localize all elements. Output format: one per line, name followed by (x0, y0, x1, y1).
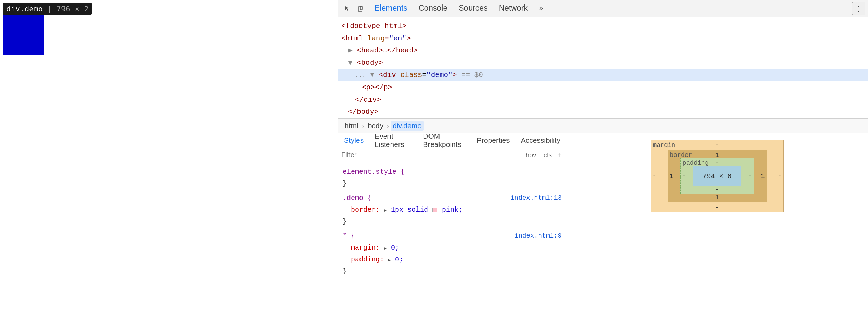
style-selector-star-line: * { index.html:9 (343, 230, 562, 242)
filter-buttons: :hov .cls + (522, 151, 563, 160)
boxmodel-panel: margin - - - - border 1 1 1 1 padding (566, 133, 868, 333)
dom-panel[interactable]: <!doctype html> <html lang="en"> ▶ <head… (338, 17, 868, 119)
styles-filter-bar: :hov .cls + (338, 148, 566, 162)
style-source-star[interactable]: index.html:9 (514, 230, 562, 241)
devtools-panel: Elements Console Sources Network » ⋮ <!d… (338, 0, 868, 333)
bm-border-right[interactable]: 1 (761, 173, 765, 180)
breadcrumb-bar: html › body › div.demo (338, 119, 868, 133)
tab-accessibility[interactable]: Accessibility (515, 133, 566, 148)
dom-line-div-close: </div> (338, 94, 868, 106)
tab-console[interactable]: Console (413, 0, 453, 17)
dom-line-p: <p></p> (338, 81, 868, 94)
style-source-demo[interactable]: index.html:13 (511, 192, 562, 203)
bm-border-top[interactable]: 1 (715, 152, 719, 159)
bm-margin-layer: margin - - - - border 1 1 1 1 padding (651, 140, 784, 212)
dom-line-body[interactable]: ▼ <body> (338, 57, 868, 69)
tab-sources[interactable]: Sources (453, 0, 493, 17)
filter-hov-btn[interactable]: :hov (522, 151, 538, 160)
element-tooltip: div.demo | 796 × 2 (3, 3, 92, 15)
styles-panel: Styles Event Listeners DOM Breakpoints P… (338, 133, 566, 333)
bm-padding-label: padding (683, 160, 709, 166)
bm-margin-top[interactable]: - (715, 142, 719, 149)
bottom-panel: Styles Event Listeners DOM Breakpoints P… (338, 133, 868, 333)
webpage-preview: div.demo | 796 × 2 (0, 0, 338, 333)
style-close-demo: } (343, 216, 562, 228)
filter-plus-btn[interactable]: + (555, 151, 563, 160)
dom-line-head[interactable]: ▶ <head>…</head> (338, 44, 868, 57)
tab-dom-breakpoints[interactable]: DOM Breakpoints (417, 133, 471, 148)
bm-padding-left[interactable]: - (682, 173, 686, 180)
bm-border-bottom[interactable]: 1 (715, 194, 719, 201)
style-selector-element: element.style { (343, 166, 562, 178)
style-prop-margin: margin: ▶ 0; (343, 242, 562, 254)
bm-padding-top[interactable]: - (715, 160, 719, 166)
dom-line-html: <html lang="en"> (338, 32, 868, 45)
style-prop-border: border: ▶ 1px solid pink; (343, 204, 562, 216)
bm-border-label: border (670, 152, 692, 159)
bm-padding-bottom[interactable]: - (715, 186, 719, 193)
bm-content-size: 794 × 0 (702, 172, 731, 180)
breadcrumb-html[interactable]: html (343, 121, 361, 131)
dom-line-body-close: </body> (338, 106, 868, 118)
breadcrumb-div-demo[interactable]: div.demo (391, 121, 424, 131)
filter-cls-btn[interactable]: .cls (540, 151, 554, 160)
inspect-icon-btn[interactable] (341, 2, 354, 15)
styles-content[interactable]: element.style { } .demo { index.html:13 … (338, 162, 566, 333)
tab-event-listeners[interactable]: Event Listeners (369, 133, 417, 148)
device-toolbar-btn[interactable] (354, 2, 367, 15)
tab-elements[interactable]: Elements (369, 0, 413, 17)
style-close-star: } (343, 265, 562, 277)
bm-margin-right[interactable]: - (778, 173, 782, 180)
demo-div (3, 14, 44, 55)
style-block-element: element.style { } (338, 165, 566, 191)
bm-border-layer: border 1 1 1 1 padding - - - - (668, 150, 767, 202)
bm-content: 794 × 0 (693, 166, 741, 186)
tooltip-size: | 796 × 2 (47, 4, 88, 13)
color-swatch-pink[interactable] (432, 208, 437, 212)
bm-padding-right[interactable]: - (748, 173, 752, 180)
style-selector-demo-line: .demo { index.html:13 (343, 192, 562, 204)
style-close-element: } (343, 178, 562, 190)
tab-network[interactable]: Network (493, 0, 533, 17)
devtools-menu-btn[interactable]: ⋮ (852, 2, 865, 15)
tooltip-element: div.demo (6, 4, 43, 13)
devtools-tabs: Elements Console Sources Network » (369, 0, 852, 17)
bm-border-left[interactable]: 1 (670, 173, 673, 180)
tab-properties[interactable]: Properties (471, 133, 515, 148)
styles-filter-input[interactable] (341, 151, 520, 159)
tab-more[interactable]: » (533, 0, 549, 17)
style-prop-padding: padding: ▶ 0; (343, 254, 562, 265)
dom-line-doctype: <!doctype html> (338, 20, 868, 32)
style-block-star: * { index.html:9 margin: ▶ 0; padding: ▶… (338, 229, 566, 279)
breadcrumb-body[interactable]: body (366, 121, 386, 131)
bm-padding-layer: padding - - - - 794 × 0 (680, 158, 754, 194)
bm-margin-bottom[interactable]: - (715, 204, 719, 211)
style-block-demo: .demo { index.html:13 border: ▶ 1px soli… (338, 191, 566, 229)
bm-margin-left[interactable]: - (653, 173, 657, 180)
box-model-diagram: margin - - - - border 1 1 1 1 padding (651, 140, 784, 212)
tab-styles[interactable]: Styles (338, 133, 369, 148)
dom-line-div-demo[interactable]: ... ▼ <div class="demo"> == $0 (338, 69, 868, 81)
styles-tabs: Styles Event Listeners DOM Breakpoints P… (338, 133, 566, 148)
bm-margin-label: margin (653, 142, 675, 149)
devtools-topbar: Elements Console Sources Network » ⋮ (338, 0, 868, 17)
